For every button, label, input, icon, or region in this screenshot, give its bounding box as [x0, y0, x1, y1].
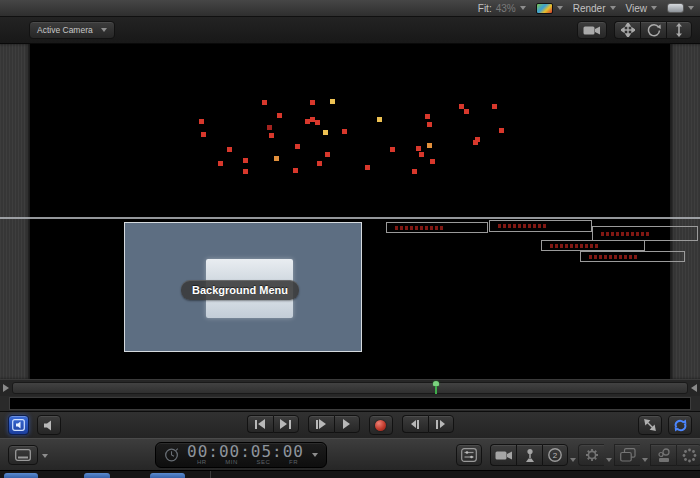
playhead[interactable]: [435, 382, 437, 394]
pasteboard-left: [0, 44, 30, 379]
object-wireframe[interactable]: [592, 226, 698, 241]
layers-icon: [620, 448, 636, 462]
background-menu-button[interactable]: Background Menu: [181, 280, 299, 300]
mini-timeline-track[interactable]: [9, 397, 691, 410]
timecode-value-block: 00:00:05:00 HR MIN SEC FR: [187, 445, 304, 465]
object-wireframe[interactable]: [386, 222, 488, 233]
step-back-button[interactable]: [402, 415, 428, 433]
particle: [427, 122, 432, 127]
particle: [269, 133, 274, 138]
chevron-down-icon: [688, 6, 694, 10]
play-button[interactable]: [334, 415, 360, 433]
record-button[interactable]: [369, 415, 393, 435]
timecode-value: 00:00:05:00: [187, 445, 304, 459]
timecode-display[interactable]: 00:00:05:00 HR MIN SEC FR: [155, 442, 327, 468]
playback-buttons: [0, 415, 700, 435]
particle: [365, 165, 370, 170]
object-wireframe[interactable]: [580, 251, 685, 262]
go-to-end-button[interactable]: [273, 415, 299, 433]
step-forward-button[interactable]: [428, 415, 454, 433]
status-toolbar: 00:00:05:00 HR MIN SEC FR: [0, 438, 700, 470]
add-filter-button[interactable]: [614, 444, 640, 466]
background-window-tab: [150, 473, 185, 478]
chevron-down-icon[interactable]: [606, 458, 612, 462]
object-wireframe[interactable]: [489, 220, 592, 232]
faint-text-marks: [550, 244, 598, 248]
fit-label: Fit:: [478, 3, 492, 14]
play-from-start-icon: [316, 419, 327, 429]
particle: [262, 100, 267, 105]
faint-text-marks: [498, 224, 546, 228]
new-camera-button[interactable]: [490, 444, 516, 466]
background-window-tab: [4, 473, 38, 478]
playback-loop-mode-button[interactable]: 2: [542, 444, 568, 466]
chevron-down-icon: [101, 28, 107, 32]
dolly-view-button[interactable]: [666, 21, 692, 39]
window-layout-dropdown[interactable]: [667, 3, 694, 13]
zoom-value: 43%: [496, 3, 516, 14]
loop-playback-button[interactable]: [668, 415, 692, 435]
background-menu-panel[interactable]: Background Menu: [124, 222, 362, 352]
camera-bar: Active Camera: [0, 17, 700, 44]
view-dropdown[interactable]: View: [626, 3, 658, 14]
object-wireframe[interactable]: [541, 240, 645, 251]
chevron-down-icon[interactable]: [570, 458, 576, 462]
add-object-group: [578, 444, 700, 466]
display-options-button[interactable]: [8, 445, 38, 465]
faint-text-marks: [589, 255, 637, 259]
pasteboard-right: [670, 44, 700, 379]
loop-count-icon: 2: [547, 447, 563, 463]
step-back-icon: [411, 420, 420, 429]
particle: [274, 156, 279, 161]
view-playback-options: [638, 415, 692, 435]
particle: [267, 125, 272, 130]
particle: [218, 161, 223, 166]
particle: [464, 109, 469, 114]
chevron-down-icon: [520, 6, 526, 10]
particle: [317, 161, 322, 166]
pan-view-button[interactable]: [614, 21, 640, 39]
add-behavior-button[interactable]: [578, 444, 604, 466]
canvas-viewport[interactable]: Background Menu: [0, 44, 700, 379]
chevron-down-icon[interactable]: [42, 454, 48, 458]
mini-timeline[interactable]: [0, 396, 700, 411]
camera-view-button[interactable]: [577, 21, 607, 39]
particle: [416, 146, 421, 151]
active-camera-dropdown[interactable]: Active Camera: [29, 21, 115, 39]
timeline-scrubber[interactable]: [0, 379, 700, 396]
show-hud-button[interactable]: [456, 444, 482, 466]
particle: [227, 147, 232, 152]
range-end-marker-icon[interactable]: [691, 384, 697, 392]
chevron-down-icon[interactable]: [642, 458, 648, 462]
particle: [342, 129, 347, 134]
channels-dropdown[interactable]: [536, 3, 563, 14]
fullscreen-button[interactable]: [638, 415, 662, 435]
video-camera-icon: [583, 24, 601, 36]
particle: [293, 168, 298, 173]
loop-icon: [673, 419, 688, 432]
scene-object-group: 2: [490, 444, 578, 466]
particle: [430, 159, 435, 164]
play-from-start-button[interactable]: [308, 415, 334, 433]
render-dropdown[interactable]: Render: [573, 3, 616, 14]
make-particles-button[interactable]: [650, 444, 676, 466]
3d-view-tool-group: [614, 21, 692, 39]
particle: [243, 169, 248, 174]
scrubber-track[interactable]: [12, 382, 688, 394]
step-group: [402, 415, 454, 435]
particle: [377, 117, 382, 122]
go-to-start-button[interactable]: [247, 415, 273, 433]
zoom-level-dropdown[interactable]: Fit: 43%: [478, 3, 526, 14]
add-emitter-button[interactable]: [676, 444, 700, 466]
new-light-button[interactable]: [516, 444, 542, 466]
orbit-icon: [647, 23, 661, 37]
unit-sec: SEC: [256, 459, 270, 465]
orbit-view-button[interactable]: [640, 21, 666, 39]
particle: [277, 113, 282, 118]
background-menu-label: Background Menu: [192, 284, 288, 296]
range-start-marker-icon[interactable]: [3, 384, 9, 392]
particle: [412, 169, 417, 174]
window-icon: [667, 3, 684, 13]
chevron-down-icon[interactable]: [312, 453, 318, 457]
expand-icon: [644, 419, 656, 431]
